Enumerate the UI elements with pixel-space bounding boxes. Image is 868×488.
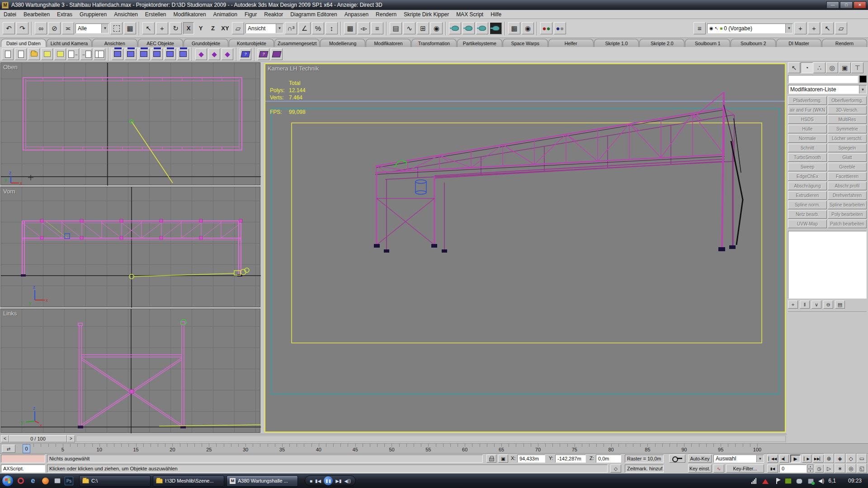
key-curve-icon[interactable]: ∿ xyxy=(713,465,724,473)
frame-spinner[interactable]: ▲▼ xyxy=(807,465,813,473)
shelf-tab[interactable]: DI Master xyxy=(776,39,821,47)
shelf-tab[interactable]: Grundobjekte xyxy=(184,39,229,47)
modifier-button[interactable]: Poly bearbeiten xyxy=(828,210,867,219)
axis-y-button[interactable]: Y xyxy=(195,22,206,34)
layer-manager-icon[interactable]: ▤ xyxy=(390,22,402,34)
menu-item[interactable]: Extras xyxy=(53,11,76,18)
isolate-cube-icon[interactable]: ◇ xyxy=(610,465,621,473)
display-window-icon[interactable] xyxy=(112,48,123,60)
tray-flag-icon[interactable] xyxy=(773,478,780,484)
menu-item[interactable]: Figur xyxy=(241,11,260,18)
select-layer-icon[interactable]: ↖ xyxy=(821,22,834,34)
align-icon[interactable]: ≡ xyxy=(371,22,383,34)
next-icon[interactable]: ▶▮ xyxy=(335,479,341,483)
close-button[interactable]: ✕ xyxy=(854,1,866,9)
set-key-button[interactable]: Key einst. xyxy=(688,465,712,473)
previous-frame-button[interactable]: ◀▏ xyxy=(779,455,789,463)
modifier-button[interactable]: Abschr.profil xyxy=(828,182,867,190)
menu-item[interactable]: MAX Script xyxy=(453,11,487,18)
redo-icon[interactable]: ↷ xyxy=(16,22,28,34)
dropdown-arrow-icon[interactable]: ▼ xyxy=(859,85,866,94)
menu-item[interactable]: Bearbeiten xyxy=(20,11,53,18)
dropdown-arrow-icon[interactable]: ▼ xyxy=(756,455,764,462)
mouse-settings-icon[interactable] xyxy=(796,478,803,484)
gem-tool-icon[interactable]: ◆ xyxy=(195,48,207,60)
time-configuration-icon[interactable]: ◷ xyxy=(815,465,824,473)
axis-x-button[interactable]: X xyxy=(183,22,194,34)
z-coordinate-field[interactable]: 0,0m xyxy=(596,455,621,463)
go-to-end-button[interactable]: ▶▶▏ xyxy=(813,455,824,463)
new-scene-icon[interactable] xyxy=(2,48,14,60)
help-book-icon[interactable]: ? xyxy=(240,48,251,60)
current-frame-field[interactable]: 0 xyxy=(779,465,807,473)
modifier-button[interactable]: Patch bearbeiten xyxy=(828,220,867,228)
menu-item[interactable]: Ansichten xyxy=(110,11,142,18)
time-slider-next-button[interactable]: > xyxy=(67,435,75,442)
absolute-offset-toggle-icon[interactable]: ▣ xyxy=(498,455,508,463)
rotate-icon[interactable]: ↻ xyxy=(170,22,182,34)
hierarchy-tab-icon[interactable]: ∴ xyxy=(813,62,826,73)
shelf-tab[interactable]: Transformation xyxy=(411,39,457,47)
dropdown-arrow-icon[interactable]: ▼ xyxy=(101,24,108,33)
modifier-button[interactable]: Sweep xyxy=(788,163,827,171)
modifier-button[interactable]: EdgeChEx xyxy=(788,172,827,181)
pause-icon[interactable]: ❚❚ xyxy=(324,476,333,485)
menu-item[interactable]: Gruppieren xyxy=(76,11,110,18)
menu-item[interactable]: Erstellen xyxy=(142,11,170,18)
display-window6-icon[interactable] xyxy=(177,48,189,60)
shelf-tab[interactable]: Modifikatoren xyxy=(366,39,411,47)
render-icon[interactable] xyxy=(490,22,502,34)
maximize-button[interactable]: □ xyxy=(840,1,853,9)
display-window4-icon[interactable] xyxy=(151,48,163,60)
quicklaunch-clock-icon[interactable] xyxy=(16,476,26,486)
unlink-icon[interactable]: ⊘ xyxy=(48,22,61,34)
viewport-left-label[interactable]: Links xyxy=(3,310,17,317)
utilities-tab-icon[interactable]: ⊤ xyxy=(851,62,863,73)
merge-icon[interactable] xyxy=(94,48,105,60)
volume-tray-icon[interactable]: ◀) xyxy=(818,478,824,484)
rgb-dots2-icon[interactable]: ●● xyxy=(554,22,566,34)
modifier-button[interactable]: Symmetrie xyxy=(828,125,867,133)
open-recent-icon[interactable] xyxy=(15,48,27,60)
modifier-button[interactable]: Hülle xyxy=(788,125,827,133)
create-tab-icon[interactable]: ↖ xyxy=(788,62,800,73)
track-bar-mode-icon[interactable]: ⇄ xyxy=(2,445,15,453)
save-file-icon[interactable] xyxy=(41,48,53,60)
modifier-button[interactable]: Facettieren xyxy=(828,172,867,181)
reference-book-icon[interactable] xyxy=(271,48,283,60)
render-last-icon[interactable] xyxy=(462,22,475,34)
shelf-tab[interactable]: Zusammengesetzt xyxy=(274,39,320,47)
material-editor-icon[interactable]: ◉ xyxy=(430,22,443,34)
nvidia-tray-icon[interactable] xyxy=(784,478,792,484)
shelf-tab[interactable]: Konturobjekte xyxy=(229,39,274,47)
menu-item[interactable]: Modifikatoren xyxy=(170,11,210,18)
modifier-list-dropdown[interactable]: Modifikatoren-Liste ▼ xyxy=(788,85,867,94)
previous-icon[interactable]: ▮◀ xyxy=(315,479,321,483)
object-color-swatch[interactable] xyxy=(859,75,867,83)
reference-coordinate-dropdown[interactable]: Ansicht ▼ xyxy=(245,23,283,33)
maxscript-mini-listener[interactable]: AXScript. xyxy=(1,465,45,473)
pan-icon[interactable]: ∗ xyxy=(835,464,845,473)
internet-explorer-icon[interactable]: e xyxy=(28,476,38,486)
stop-icon[interactable]: ■ xyxy=(310,479,312,483)
modifier-button[interactable]: Netz bearb. xyxy=(788,210,827,219)
display-window5-icon[interactable] xyxy=(164,48,176,60)
object-name-field[interactable] xyxy=(788,75,858,83)
zoom-extents-icon[interactable]: ◇ xyxy=(846,454,856,463)
signal-strength-icon[interactable] xyxy=(750,478,758,484)
dropdown-arrow-icon[interactable]: ▼ xyxy=(276,24,283,33)
modifier-button[interactable]: MultiRes xyxy=(828,115,867,124)
key-filter-button[interactable]: Key-Filter... xyxy=(726,465,764,473)
modifier-button[interactable]: Löcher verschl. xyxy=(828,134,867,143)
select-object-icon[interactable]: ↖ xyxy=(142,22,155,34)
axis-z-button[interactable]: Z xyxy=(208,22,218,34)
save-as-icon[interactable] xyxy=(54,48,66,60)
time-slider-track[interactable] xyxy=(76,436,786,442)
link-icon[interactable]: ∞ xyxy=(35,22,47,34)
orbit-icon[interactable]: ◎ xyxy=(846,464,856,473)
modifier-button[interactable]: Abschrägung xyxy=(788,182,827,190)
selection-filter-dropdown[interactable]: Alle ▼ xyxy=(75,23,109,33)
next-frame-button[interactable]: ▏▶ xyxy=(802,455,811,463)
menu-item[interactable]: Diagramm Editoren xyxy=(287,11,340,18)
layer-properties-icon[interactable]: ▱ xyxy=(835,22,847,34)
